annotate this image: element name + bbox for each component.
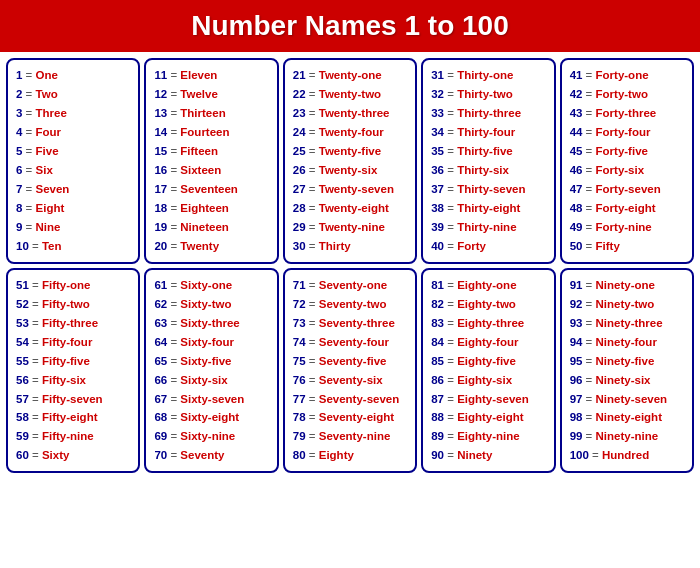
number-item: 49 = Forty-nine	[570, 218, 684, 237]
equals: =	[306, 393, 319, 405]
equals: =	[306, 145, 319, 157]
number-name: Four	[36, 126, 62, 138]
number: 25	[293, 145, 306, 157]
number-box-col-7: 61 = Sixty-one62 = Sixty-two63 = Sixty-t…	[144, 268, 278, 474]
number: 81	[431, 279, 444, 291]
number-item: 9 = Nine	[16, 218, 130, 237]
number: 78	[293, 411, 306, 423]
equals: =	[444, 279, 457, 291]
number-item: 63 = Sixty-three	[154, 314, 268, 333]
number-box-col-10: 91 = Ninety-one92 = Ninety-two93 = Ninet…	[560, 268, 694, 474]
equals: =	[444, 221, 457, 233]
number: 65	[154, 355, 167, 367]
number-name: Thirty-nine	[457, 221, 516, 233]
number: 96	[570, 374, 583, 386]
number-name: Eighty-six	[457, 374, 512, 386]
number-item: 76 = Seventy-six	[293, 371, 407, 390]
number: 11	[154, 69, 167, 81]
number-name: Thirty-one	[457, 69, 513, 81]
equals: =	[22, 183, 35, 195]
number-name: Thirty-eight	[457, 202, 520, 214]
number-item: 61 = Sixty-one	[154, 276, 268, 295]
number-name: Ninety-eight	[596, 411, 662, 423]
number: 24	[293, 126, 306, 138]
number: 30	[293, 240, 306, 252]
number: 22	[293, 88, 306, 100]
number: 48	[570, 202, 583, 214]
number: 50	[570, 240, 583, 252]
number-item: 78 = Seventy-eight	[293, 408, 407, 427]
equals: =	[167, 183, 180, 195]
number-name: Eleven	[180, 69, 217, 81]
number-name: Eighty-eight	[457, 411, 523, 423]
equals: =	[22, 145, 35, 157]
number-item: 37 = Thirty-seven	[431, 180, 545, 199]
equals: =	[582, 279, 595, 291]
number: 66	[154, 374, 167, 386]
number-item: 82 = Eighty-two	[431, 295, 545, 314]
number-item: 71 = Seventy-one	[293, 276, 407, 295]
equals: =	[167, 279, 180, 291]
number: 59	[16, 430, 29, 442]
number-item: 59 = Fifty-nine	[16, 427, 130, 446]
number: 33	[431, 107, 444, 119]
number-item: 26 = Twenty-six	[293, 161, 407, 180]
equals: =	[167, 107, 180, 119]
number-name: Seventy-six	[319, 374, 383, 386]
equals: =	[444, 183, 457, 195]
number-item: 13 = Thirteen	[154, 104, 268, 123]
number-name: Thirty	[319, 240, 351, 252]
number: 62	[154, 298, 167, 310]
number-name: Forty-two	[596, 88, 648, 100]
number: 45	[570, 145, 583, 157]
equals: =	[444, 336, 457, 348]
number: 67	[154, 393, 167, 405]
number: 18	[154, 202, 167, 214]
equals: =	[167, 336, 180, 348]
number: 83	[431, 317, 444, 329]
number: 100	[570, 449, 589, 461]
number-name: Fifteen	[180, 145, 218, 157]
number: 58	[16, 411, 29, 423]
number-name: Thirty-five	[457, 145, 513, 157]
number-name: Twenty-one	[319, 69, 382, 81]
equals: =	[582, 430, 595, 442]
number-item: 25 = Twenty-five	[293, 142, 407, 161]
number-item: 5 = Five	[16, 142, 130, 161]
equals: =	[306, 336, 319, 348]
number-name: Seventy-five	[319, 355, 387, 367]
number-name: Seven	[36, 183, 70, 195]
number: 54	[16, 336, 29, 348]
equals: =	[22, 202, 35, 214]
number-name: Sixty	[42, 449, 70, 461]
number-name: Sixty-nine	[180, 430, 235, 442]
number-item: 79 = Seventy-nine	[293, 427, 407, 446]
number: 61	[154, 279, 167, 291]
number-name: Fifty-one	[42, 279, 91, 291]
number: 10	[16, 240, 29, 252]
number: 74	[293, 336, 306, 348]
equals: =	[582, 126, 595, 138]
equals: =	[582, 183, 595, 195]
number-name: Seventeen	[180, 183, 238, 195]
equals: =	[444, 164, 457, 176]
equals: =	[167, 221, 180, 233]
number-item: 81 = Eighty-one	[431, 276, 545, 295]
number-name: Forty-five	[596, 145, 648, 157]
number-item: 47 = Forty-seven	[570, 180, 684, 199]
number-item: 42 = Forty-two	[570, 85, 684, 104]
number-item: 12 = Twelve	[154, 85, 268, 104]
number-name: Seventy-nine	[319, 430, 391, 442]
number: 32	[431, 88, 444, 100]
number: 63	[154, 317, 167, 329]
equals: =	[167, 69, 180, 81]
number-item: 16 = Sixteen	[154, 161, 268, 180]
equals: =	[306, 202, 319, 214]
number-item: 33 = Thirty-three	[431, 104, 545, 123]
equals: =	[444, 393, 457, 405]
number-name: Eighty	[319, 449, 354, 461]
equals: =	[582, 164, 595, 176]
number-name: Nineteen	[180, 221, 229, 233]
number: 55	[16, 355, 29, 367]
number-item: 74 = Seventy-four	[293, 333, 407, 352]
